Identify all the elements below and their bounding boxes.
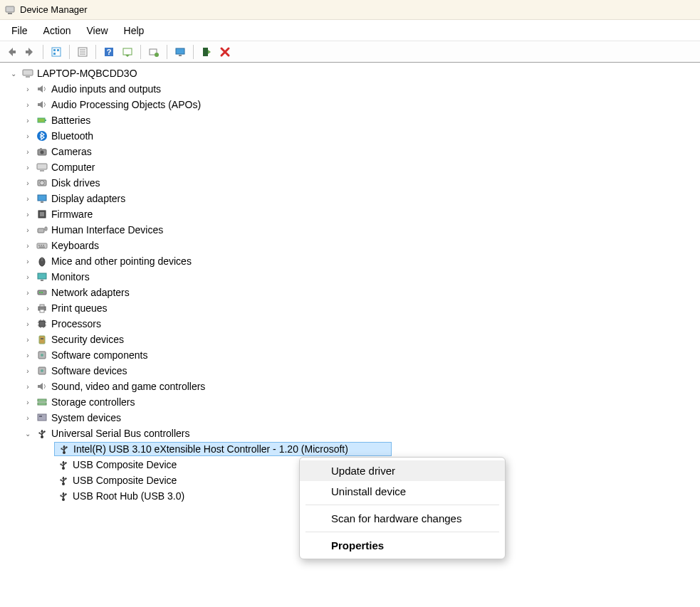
tree-category[interactable]: › Display adapters	[0, 191, 700, 206]
tree-category[interactable]: › Storage controllers	[0, 394, 700, 410]
expander-icon[interactable]: ⌄	[9, 70, 19, 78]
expander-icon[interactable]: ›	[23, 367, 33, 375]
svg-rect-35	[38, 228, 44, 233]
tree-category[interactable]: › Processors	[0, 316, 700, 332]
tree-category[interactable]: › Software components	[0, 347, 700, 363]
expander-icon[interactable]: ›	[23, 179, 33, 187]
svg-rect-67	[38, 399, 46, 401]
expander-icon[interactable]: ›	[23, 164, 33, 171]
tree-category[interactable]: › Print queues	[0, 300, 700, 316]
tree-device[interactable]: Intel(R) USB 3.10 eXtensible Host Contro…	[0, 441, 700, 457]
app-icon	[4, 4, 16, 16]
expander-icon[interactable]: ›	[23, 352, 33, 359]
monitor-button[interactable]	[172, 43, 189, 60]
tree-node-label: Monitors	[51, 271, 90, 283]
expander-icon[interactable]: ›	[23, 383, 33, 391]
expander-icon[interactable]: ›	[23, 132, 33, 140]
tree-node-label: Bluetooth	[51, 130, 93, 142]
tree-category[interactable]: › Security devices	[0, 332, 700, 347]
expander-icon[interactable]: ›	[23, 398, 33, 406]
computer-icon	[21, 67, 34, 80]
tree-category[interactable]: › Audio inputs and outputs	[0, 81, 700, 97]
expander-icon[interactable]: ›	[23, 211, 33, 218]
svg-rect-26	[37, 164, 47, 169]
expander-icon[interactable]: ›	[23, 336, 33, 344]
tree-category[interactable]: › Computer	[0, 159, 700, 175]
expander-icon[interactable]: ›	[23, 195, 33, 203]
tree-category[interactable]: › Monitors	[0, 269, 700, 285]
tree-category[interactable]: › Human Interface Devices	[0, 222, 700, 238]
expander-icon[interactable]: ›	[23, 242, 33, 250]
expander-icon[interactable]: ›	[23, 258, 33, 265]
svg-rect-39	[41, 245, 42, 246]
toolbar-separator	[167, 45, 167, 59]
expander-icon[interactable]: ›	[23, 273, 33, 281]
expander-icon[interactable]: ›	[23, 148, 33, 156]
menu-bar: File Action View Help	[0, 20, 700, 41]
expander-icon[interactable]: ›	[23, 85, 33, 93]
enable-button[interactable]	[198, 43, 215, 60]
menu-action[interactable]: Action	[36, 22, 78, 39]
speaker-icon	[36, 83, 48, 95]
tree-category[interactable]: › Network adapters	[0, 285, 700, 300]
svg-rect-52	[39, 321, 45, 327]
speaker-icon	[36, 98, 48, 111]
tree-node-label: Cameras	[51, 146, 92, 157]
tree-category[interactable]: › Batteries	[0, 112, 700, 128]
svg-point-86	[65, 462, 66, 463]
expander-icon[interactable]: ›	[23, 414, 33, 422]
tree-category[interactable]: ⌄ Universal Serial Bus controllers	[0, 426, 700, 441]
ctx-scan-hardware[interactable]: Scan for hardware changes	[300, 508, 505, 529]
tree-category[interactable]: › System devices	[0, 410, 700, 426]
forward-button[interactable]	[21, 43, 38, 60]
update-driver-button[interactable]	[145, 43, 162, 60]
back-button[interactable]	[3, 43, 20, 60]
tree-node-label: Display adapters	[51, 193, 125, 204]
toolbar-separator	[193, 45, 194, 59]
tree-node-label: Print queues	[51, 302, 108, 314]
ctx-properties[interactable]: Properties	[300, 535, 505, 556]
tree-node-label: Audio inputs and outputs	[51, 83, 161, 95]
expander-icon[interactable]: ›	[23, 117, 33, 125]
svg-rect-27	[40, 170, 44, 171]
expander-icon[interactable]: ⌄	[23, 430, 33, 438]
uninstall-button[interactable]	[216, 43, 234, 60]
menu-view[interactable]: View	[79, 22, 115, 39]
tree-category[interactable]: › Bluetooth	[0, 128, 700, 144]
menu-file[interactable]: File	[4, 22, 35, 39]
svg-rect-1	[8, 13, 12, 14]
properties-button[interactable]	[74, 43, 91, 60]
tree-category[interactable]: › Cameras	[0, 144, 700, 159]
svg-rect-31	[38, 195, 46, 201]
expander-icon[interactable]: ›	[23, 101, 33, 109]
expander-icon[interactable]: ›	[23, 226, 33, 234]
tree-root[interactable]: ⌄ LAPTOP-MQBCDD3O	[0, 65, 700, 81]
expander-icon[interactable]: ›	[23, 305, 33, 312]
svg-point-47	[39, 292, 41, 293]
system-icon	[36, 411, 48, 424]
tree-node-label: System devices	[51, 412, 121, 423]
expander-icon[interactable]: ›	[23, 289, 33, 297]
ctx-uninstall-device[interactable]: Uninstall device	[300, 481, 505, 502]
tree-category[interactable]: › Disk drives	[0, 175, 700, 191]
bluetooth-icon	[36, 130, 48, 142]
menu-help[interactable]: Help	[117, 22, 152, 39]
tree-category[interactable]: › Firmware	[0, 206, 700, 222]
tree-category[interactable]: › Audio Processing Objects (APOs)	[0, 97, 700, 112]
svg-point-66	[41, 369, 43, 372]
svg-rect-34	[40, 212, 44, 216]
ctx-update-driver[interactable]: Update driver	[300, 460, 505, 481]
tree-category[interactable]: › Software devices	[0, 363, 700, 379]
help-button[interactable]: ?	[100, 43, 117, 60]
svg-rect-0	[6, 6, 14, 12]
tree-category[interactable]: › Sound, video and game controllers	[0, 379, 700, 394]
svg-point-92	[65, 477, 66, 479]
expander-icon[interactable]: ›	[23, 320, 33, 328]
device-tree[interactable]: ⌄ LAPTOP-MQBCDD3O › Audio inputs and out…	[0, 63, 700, 507]
tree-category[interactable]: › Keyboards	[0, 238, 700, 253]
scan-button[interactable]	[119, 43, 136, 60]
svg-rect-70	[39, 416, 42, 417]
usb-icon	[57, 490, 70, 502]
show-hidden-button[interactable]	[48, 43, 65, 60]
tree-category[interactable]: › Mice and other pointing devices	[0, 253, 700, 269]
